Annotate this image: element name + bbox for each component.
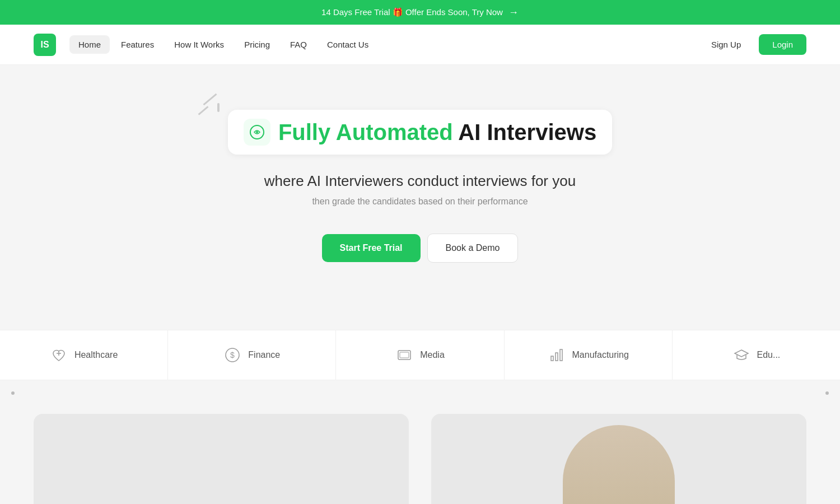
nav-features[interactable]: Features — [112, 35, 163, 54]
person-image — [563, 425, 675, 504]
industry-edu: Edu... — [673, 330, 840, 380]
login-button[interactable]: Login — [759, 34, 806, 55]
badge-icon — [244, 119, 270, 146]
signup-button[interactable]: Sign Up — [700, 35, 752, 54]
hero-subtitle: where AI Interviewers conduct interviews… — [11, 172, 829, 190]
media-icon — [395, 346, 413, 364]
svg-text:$: $ — [230, 351, 235, 360]
nav-faq[interactable]: FAQ — [281, 35, 316, 54]
svg-point-1 — [256, 131, 258, 133]
badge-text: Fully Automated AI Interviews — [278, 120, 596, 144]
finance-icon: $ — [223, 346, 241, 364]
nav-right: Sign Up Login — [700, 34, 806, 55]
promo-banner[interactable]: 14 Days Free Trial 🎁 Offer Ends Soon, Tr… — [0, 0, 840, 25]
healthcare-label: Healthcare — [74, 350, 118, 360]
svg-rect-8 — [560, 349, 562, 361]
manufacturing-label: Manufacturing — [572, 350, 629, 360]
nav-links: Home Features How It Works Pricing FAQ C… — [69, 35, 696, 54]
media-label: Media — [420, 350, 445, 360]
logo: IS — [34, 34, 56, 56]
finance-label: Finance — [248, 350, 280, 360]
nav-home[interactable]: Home — [69, 35, 110, 54]
hero-badge: Fully Automated AI Interviews — [228, 110, 612, 155]
svg-rect-5 — [400, 352, 409, 358]
banner-arrow-icon: → — [508, 7, 519, 18]
healthcare-icon — [50, 346, 68, 364]
hero-description: then grade the candidates based on their… — [11, 197, 829, 207]
industry-media: Media — [336, 330, 504, 380]
book-demo-button[interactable]: Book a Demo — [427, 234, 519, 263]
nav-pricing[interactable]: Pricing — [235, 35, 279, 54]
bottom-right-panel — [431, 414, 806, 504]
badge-normal: AI Interviews — [453, 120, 596, 144]
edu-label: Edu... — [757, 350, 781, 360]
deco-line-2 — [198, 106, 209, 115]
deco-top-right — [825, 391, 829, 395]
banner-text: 14 Days Free Trial 🎁 Offer Ends Soon, Tr… — [321, 7, 503, 17]
deco-top-left — [11, 391, 15, 395]
industry-finance: $ Finance — [168, 330, 336, 380]
bottom-left-panel — [34, 414, 409, 504]
svg-rect-6 — [551, 356, 553, 361]
start-trial-button[interactable]: Start Free Trial — [322, 234, 421, 262]
deco-dot — [217, 103, 220, 112]
deco-line-1 — [203, 94, 217, 106]
industries-strip: Healthcare $ Finance Media Manufactu — [0, 330, 840, 380]
badge-highlight: Fully Automated — [278, 120, 453, 144]
industry-healthcare: Healthcare — [0, 330, 168, 380]
hero-buttons: Start Free Trial Book a Demo — [11, 234, 829, 263]
svg-rect-7 — [556, 353, 558, 361]
hero-section: Fully Automated AI Interviews where AI I… — [0, 65, 840, 330]
nav-contact[interactable]: Contact Us — [318, 35, 377, 54]
bottom-section — [0, 380, 840, 504]
industry-manufacturing: Manufacturing — [505, 330, 673, 380]
edu-icon — [732, 346, 750, 364]
manufacturing-icon — [548, 346, 566, 364]
nav-how-it-works[interactable]: How It Works — [165, 35, 233, 54]
navbar: IS Home Features How It Works Pricing FA… — [0, 25, 840, 65]
